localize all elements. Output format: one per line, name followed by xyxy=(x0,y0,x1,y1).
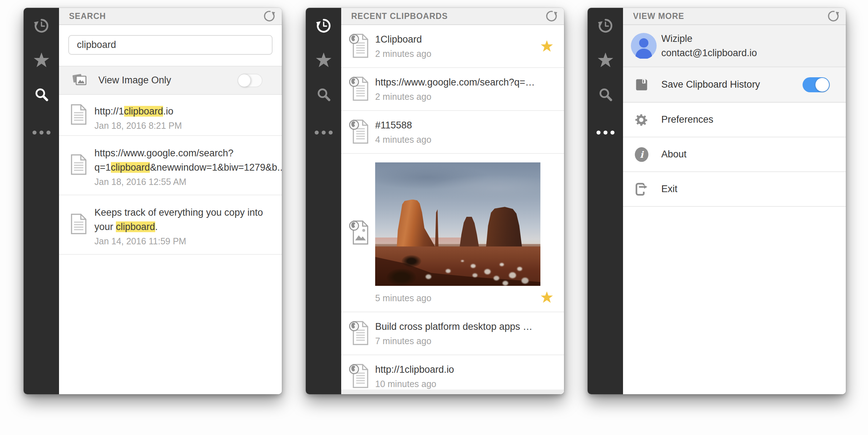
sidebar-star-button[interactable] xyxy=(24,52,59,69)
refresh-icon[interactable] xyxy=(827,10,839,22)
page-title: VIEW MORE xyxy=(633,11,684,21)
more-icon xyxy=(32,130,51,135)
highlighted-text: clipboard xyxy=(116,221,155,232)
clipboard-image-thumbnail[interactable] xyxy=(375,162,540,286)
document-icon xyxy=(70,104,87,126)
more-icon xyxy=(596,130,615,135)
menu-item-label: Preferences xyxy=(661,114,713,125)
menu-item-preferences[interactable]: Preferences xyxy=(623,103,846,137)
sidebar-history-button[interactable] xyxy=(306,17,341,34)
result-date: Jan 18, 2016 12:55 AM xyxy=(94,175,272,189)
sidebar-more-button[interactable] xyxy=(24,124,59,141)
search-panel: SEARCH View Image Only http://1clipboard… xyxy=(24,8,282,394)
save-clipboard-history-toggle[interactable] xyxy=(803,77,830,92)
page-title: SEARCH xyxy=(69,11,106,21)
result-text-part: .io xyxy=(163,106,173,117)
result-text-part: Keeps track of everything you copy into xyxy=(94,207,263,218)
user-account-row[interactable]: Wiziple contact@1clipboard.io xyxy=(623,25,846,67)
web-image-file-icon xyxy=(349,220,369,246)
favorite-star-icon[interactable] xyxy=(540,291,553,304)
menu-item-label: Exit xyxy=(661,184,677,195)
nav-sidebar xyxy=(306,8,341,394)
sidebar-star-button[interactable] xyxy=(588,52,623,69)
menu-item-about[interactable]: i About xyxy=(623,137,846,172)
result-text-part: . xyxy=(155,221,158,232)
clipboard-list-item[interactable]: https://www.google.com/search?q=1clip...… xyxy=(341,68,564,111)
highlighted-text: clipboard xyxy=(124,106,163,117)
clipboard-item-time: 2 minutes ago xyxy=(375,89,535,104)
nav-sidebar xyxy=(588,8,623,394)
sidebar-more-button[interactable] xyxy=(588,124,623,141)
floppy-disk-icon xyxy=(634,78,649,92)
result-title-line: https://www.google.com/search? xyxy=(94,146,272,160)
refresh-icon[interactable] xyxy=(263,10,275,22)
panel-header: SEARCH xyxy=(59,8,282,25)
sidebar-history-button[interactable] xyxy=(588,17,623,34)
clipboard-item-title: http://1clipboard.io xyxy=(375,362,535,377)
result-text-part: &newwindow=1&biw=1279&b... xyxy=(150,162,282,173)
clipboard-list-item[interactable]: 5 minutes ago xyxy=(341,154,564,312)
clipboard-list-item[interactable]: Build cross platform desktop apps with w… xyxy=(341,312,564,355)
star-icon xyxy=(33,52,50,68)
sidebar-history-button[interactable] xyxy=(24,17,59,34)
document-icon xyxy=(70,214,87,236)
photos-icon xyxy=(72,73,88,88)
view-image-only-row: View Image Only xyxy=(59,66,282,95)
search-result-item[interactable]: http://1clipboard.ioJan 18, 2016 8:21 PM xyxy=(59,95,282,136)
result-title-line: your clipboard. xyxy=(94,220,272,234)
sidebar-search-button[interactable] xyxy=(588,86,623,103)
web-document-icon xyxy=(349,33,369,59)
view-more-panel: VIEW MORE Wiziple contact@1clipboard.io … xyxy=(588,8,846,394)
star-icon xyxy=(597,52,614,68)
favorite-star-icon[interactable] xyxy=(540,40,553,53)
clipboard-list-item[interactable]: http://1clipboard.io10 minutes ago xyxy=(341,355,564,394)
result-title-line: http://1clipboard.io xyxy=(94,104,272,118)
clipboard-list-item[interactable]: #1155884 minutes ago xyxy=(341,111,564,154)
sidebar-search-button[interactable] xyxy=(24,86,59,103)
search-icon xyxy=(316,87,331,102)
star-icon xyxy=(315,52,332,68)
search-input[interactable] xyxy=(68,35,273,55)
result-text-part: http://1 xyxy=(94,106,124,117)
sidebar-search-button[interactable] xyxy=(306,86,341,103)
sidebar-more-button[interactable] xyxy=(306,124,341,141)
clipboard-item-title: https://www.google.com/search?q=1clip... xyxy=(375,75,535,89)
view-image-only-label: View Image Only xyxy=(98,75,171,86)
history-icon xyxy=(316,18,332,34)
highlighted-text: clipboard xyxy=(111,162,150,173)
clipboard-item-title: #115588 xyxy=(375,118,535,132)
sidebar-star-button[interactable] xyxy=(306,52,341,69)
search-result-item[interactable]: Keeps track of everything you copy intoy… xyxy=(59,195,282,255)
panel-header: RECENT CLIPBOARDS xyxy=(341,8,564,25)
view-more-panel-content: VIEW MORE Wiziple contact@1clipboard.io … xyxy=(623,8,846,394)
search-result-item[interactable]: https://www.google.com/search?q=1clipboa… xyxy=(59,136,282,195)
web-document-icon xyxy=(349,363,369,390)
document-icon xyxy=(70,154,87,176)
refresh-icon[interactable] xyxy=(545,10,558,22)
clipboard-list: 1Clipboard2 minutes agohttps://www.googl… xyxy=(341,25,564,394)
user-name: Wiziple xyxy=(661,31,846,46)
search-panel-content: SEARCH View Image Only http://1clipboard… xyxy=(59,8,282,394)
menu-item-label: About xyxy=(661,149,687,160)
clipboard-item-time: 10 minutes ago xyxy=(375,377,535,391)
result-title-line: q=1clipboard&newwindow=1&biw=1279&b... xyxy=(94,160,272,175)
clipboard-item-time: 7 minutes ago xyxy=(375,334,535,348)
result-date: Jan 14, 2016 11:59 PM xyxy=(94,234,272,248)
web-document-icon xyxy=(349,76,369,102)
save-clipboard-history-label: Save Clipboard History xyxy=(661,79,760,90)
menu-item-exit[interactable]: Exit xyxy=(623,172,846,207)
clipboard-list-item[interactable]: 1Clipboard2 minutes ago xyxy=(341,25,564,68)
result-text-part: your xyxy=(94,221,116,232)
search-section xyxy=(59,25,282,66)
clipboard-item-time: 5 minutes ago xyxy=(375,291,535,305)
view-image-only-toggle[interactable] xyxy=(237,74,263,87)
exit-icon xyxy=(634,182,649,197)
search-icon xyxy=(34,87,49,102)
search-icon xyxy=(598,87,613,102)
clipboard-item-time: 2 minutes ago xyxy=(375,47,535,61)
panel-bottom-strip xyxy=(341,390,564,394)
result-title-line: Keeps track of everything you copy into xyxy=(94,205,272,220)
avatar xyxy=(631,33,657,59)
clipboard-item-title: 1Clipboard xyxy=(375,32,535,47)
history-icon xyxy=(598,18,613,34)
